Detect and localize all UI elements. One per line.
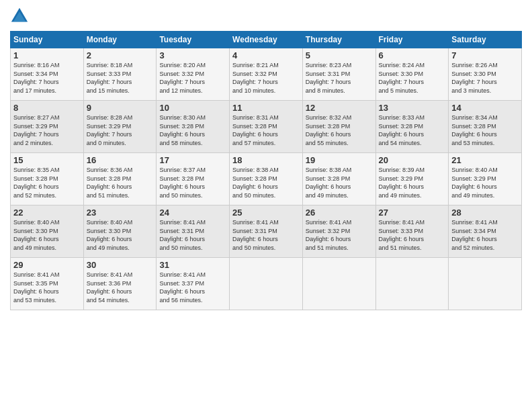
calendar-cell: 15Sunrise: 8:35 AM Sunset: 3:28 PM Dayli… bbox=[11, 153, 84, 205]
cell-info: Sunrise: 8:34 AM Sunset: 3:28 PM Dayligh… bbox=[451, 113, 519, 147]
calendar-cell: 28Sunrise: 8:41 AM Sunset: 3:34 PM Dayli… bbox=[449, 205, 522, 258]
cell-info: Sunrise: 8:37 AM Sunset: 3:28 PM Dayligh… bbox=[159, 166, 226, 199]
calendar-cell: 18Sunrise: 8:38 AM Sunset: 3:28 PM Dayli… bbox=[230, 153, 303, 205]
day-number: 27 bbox=[379, 208, 446, 218]
calendar-cell: 3Sunrise: 8:20 AM Sunset: 3:32 PM Daylig… bbox=[157, 48, 230, 101]
calendar-cell: 24Sunrise: 8:41 AM Sunset: 3:31 PM Dayli… bbox=[157, 205, 230, 258]
calendar-cell: 10Sunrise: 8:30 AM Sunset: 3:28 PM Dayli… bbox=[157, 101, 230, 153]
cell-info: Sunrise: 8:41 AM Sunset: 3:32 PM Dayligh… bbox=[306, 218, 373, 252]
calendar-cell: 7Sunrise: 8:26 AM Sunset: 3:30 PM Daylig… bbox=[449, 48, 522, 101]
day-number: 14 bbox=[451, 103, 519, 113]
cell-info: Sunrise: 8:20 AM Sunset: 3:32 PM Dayligh… bbox=[159, 61, 226, 95]
cell-info: Sunrise: 8:18 AM Sunset: 3:33 PM Dayligh… bbox=[87, 61, 154, 95]
day-number: 22 bbox=[13, 208, 81, 218]
calendar-cell: 8Sunrise: 8:27 AM Sunset: 3:29 PM Daylig… bbox=[11, 101, 84, 153]
col-header-saturday: Saturday bbox=[449, 32, 522, 48]
day-number: 7 bbox=[451, 50, 519, 60]
calendar-cell: 21Sunrise: 8:40 AM Sunset: 3:29 PM Dayli… bbox=[449, 153, 522, 205]
day-number: 18 bbox=[232, 155, 300, 165]
day-number: 24 bbox=[159, 208, 226, 218]
header bbox=[10, 7, 522, 26]
cell-info: Sunrise: 8:41 AM Sunset: 3:35 PM Dayligh… bbox=[13, 271, 81, 304]
col-header-tuesday: Tuesday bbox=[157, 32, 230, 48]
cell-info: Sunrise: 8:41 AM Sunset: 3:34 PM Dayligh… bbox=[451, 218, 519, 252]
week-row-1: 8Sunrise: 8:27 AM Sunset: 3:29 PM Daylig… bbox=[11, 101, 522, 153]
calendar-cell bbox=[302, 258, 375, 310]
day-number: 2 bbox=[87, 50, 154, 60]
day-number: 16 bbox=[87, 155, 154, 165]
calendar-cell: 1Sunrise: 8:16 AM Sunset: 3:34 PM Daylig… bbox=[11, 48, 84, 101]
day-number: 3 bbox=[159, 50, 226, 60]
week-row-3: 22Sunrise: 8:40 AM Sunset: 3:30 PM Dayli… bbox=[11, 205, 522, 258]
col-header-monday: Monday bbox=[83, 32, 157, 48]
day-number: 30 bbox=[87, 260, 154, 270]
cell-info: Sunrise: 8:41 AM Sunset: 3:37 PM Dayligh… bbox=[159, 271, 226, 304]
calendar-cell: 31Sunrise: 8:41 AM Sunset: 3:37 PM Dayli… bbox=[157, 258, 230, 310]
calendar-cell: 2Sunrise: 8:18 AM Sunset: 3:33 PM Daylig… bbox=[83, 48, 157, 101]
col-header-sunday: Sunday bbox=[11, 32, 84, 48]
day-number: 1 bbox=[13, 50, 81, 60]
calendar-cell: 17Sunrise: 8:37 AM Sunset: 3:28 PM Dayli… bbox=[157, 153, 230, 205]
calendar-cell: 25Sunrise: 8:41 AM Sunset: 3:31 PM Dayli… bbox=[230, 205, 303, 258]
day-number: 11 bbox=[232, 103, 300, 113]
calendar-table: SundayMondayTuesdayWednesdayThursdayFrid… bbox=[10, 31, 522, 310]
calendar-cell: 14Sunrise: 8:34 AM Sunset: 3:28 PM Dayli… bbox=[449, 101, 522, 153]
header-row: SundayMondayTuesdayWednesdayThursdayFrid… bbox=[11, 32, 522, 48]
day-number: 29 bbox=[13, 260, 81, 270]
cell-info: Sunrise: 8:41 AM Sunset: 3:31 PM Dayligh… bbox=[232, 218, 300, 252]
cell-info: Sunrise: 8:28 AM Sunset: 3:29 PM Dayligh… bbox=[87, 113, 154, 147]
day-number: 4 bbox=[232, 50, 300, 60]
day-number: 8 bbox=[13, 103, 81, 113]
calendar-cell: 23Sunrise: 8:40 AM Sunset: 3:30 PM Dayli… bbox=[83, 205, 157, 258]
cell-info: Sunrise: 8:39 AM Sunset: 3:29 PM Dayligh… bbox=[379, 166, 446, 199]
calendar-cell: 9Sunrise: 8:28 AM Sunset: 3:29 PM Daylig… bbox=[83, 101, 157, 153]
week-row-4: 29Sunrise: 8:41 AM Sunset: 3:35 PM Dayli… bbox=[11, 258, 522, 310]
calendar-cell: 27Sunrise: 8:41 AM Sunset: 3:33 PM Dayli… bbox=[375, 205, 449, 258]
logo-icon bbox=[10, 7, 29, 26]
logo bbox=[10, 7, 32, 26]
calendar-cell: 26Sunrise: 8:41 AM Sunset: 3:32 PM Dayli… bbox=[302, 205, 375, 258]
cell-info: Sunrise: 8:41 AM Sunset: 3:36 PM Dayligh… bbox=[87, 271, 154, 304]
cell-info: Sunrise: 8:26 AM Sunset: 3:30 PM Dayligh… bbox=[451, 61, 519, 95]
cell-info: Sunrise: 8:32 AM Sunset: 3:28 PM Dayligh… bbox=[306, 113, 373, 147]
col-header-wednesday: Wednesday bbox=[230, 32, 303, 48]
day-number: 31 bbox=[159, 260, 226, 270]
cell-info: Sunrise: 8:36 AM Sunset: 3:28 PM Dayligh… bbox=[87, 166, 154, 199]
day-number: 26 bbox=[306, 208, 373, 218]
cell-info: Sunrise: 8:41 AM Sunset: 3:33 PM Dayligh… bbox=[379, 218, 446, 252]
calendar-cell: 11Sunrise: 8:31 AM Sunset: 3:28 PM Dayli… bbox=[230, 101, 303, 153]
cell-info: Sunrise: 8:33 AM Sunset: 3:28 PM Dayligh… bbox=[379, 113, 446, 147]
calendar-cell: 13Sunrise: 8:33 AM Sunset: 3:28 PM Dayli… bbox=[375, 101, 449, 153]
calendar-cell bbox=[375, 258, 449, 310]
calendar-cell: 29Sunrise: 8:41 AM Sunset: 3:35 PM Dayli… bbox=[11, 258, 84, 310]
day-number: 20 bbox=[379, 155, 446, 165]
calendar-cell: 12Sunrise: 8:32 AM Sunset: 3:28 PM Dayli… bbox=[302, 101, 375, 153]
calendar-cell: 4Sunrise: 8:21 AM Sunset: 3:32 PM Daylig… bbox=[230, 48, 303, 101]
day-number: 5 bbox=[306, 50, 373, 60]
calendar-cell: 6Sunrise: 8:24 AM Sunset: 3:30 PM Daylig… bbox=[375, 48, 449, 101]
cell-info: Sunrise: 8:35 AM Sunset: 3:28 PM Dayligh… bbox=[13, 166, 81, 199]
cell-info: Sunrise: 8:38 AM Sunset: 3:28 PM Dayligh… bbox=[232, 166, 300, 199]
day-number: 23 bbox=[87, 208, 154, 218]
day-number: 25 bbox=[232, 208, 300, 218]
cell-info: Sunrise: 8:40 AM Sunset: 3:30 PM Dayligh… bbox=[87, 218, 154, 252]
calendar-cell: 19Sunrise: 8:38 AM Sunset: 3:28 PM Dayli… bbox=[302, 153, 375, 205]
day-number: 21 bbox=[451, 155, 519, 165]
col-header-friday: Friday bbox=[375, 32, 449, 48]
week-row-2: 15Sunrise: 8:35 AM Sunset: 3:28 PM Dayli… bbox=[11, 153, 522, 205]
cell-info: Sunrise: 8:31 AM Sunset: 3:28 PM Dayligh… bbox=[232, 113, 300, 147]
calendar-cell: 16Sunrise: 8:36 AM Sunset: 3:28 PM Dayli… bbox=[83, 153, 157, 205]
cell-info: Sunrise: 8:27 AM Sunset: 3:29 PM Dayligh… bbox=[13, 113, 81, 147]
day-number: 17 bbox=[159, 155, 226, 165]
day-number: 13 bbox=[379, 103, 446, 113]
calendar-cell: 22Sunrise: 8:40 AM Sunset: 3:30 PM Dayli… bbox=[11, 205, 84, 258]
calendar-cell bbox=[449, 258, 522, 310]
cell-info: Sunrise: 8:38 AM Sunset: 3:28 PM Dayligh… bbox=[306, 166, 373, 199]
day-number: 9 bbox=[87, 103, 154, 113]
day-number: 10 bbox=[159, 103, 226, 113]
cell-info: Sunrise: 8:40 AM Sunset: 3:30 PM Dayligh… bbox=[13, 218, 81, 252]
cell-info: Sunrise: 8:41 AM Sunset: 3:31 PM Dayligh… bbox=[159, 218, 226, 252]
main-container: SundayMondayTuesdayWednesdayThursdayFrid… bbox=[0, 0, 532, 314]
cell-info: Sunrise: 8:24 AM Sunset: 3:30 PM Dayligh… bbox=[379, 61, 446, 95]
cell-info: Sunrise: 8:21 AM Sunset: 3:32 PM Dayligh… bbox=[232, 61, 300, 95]
